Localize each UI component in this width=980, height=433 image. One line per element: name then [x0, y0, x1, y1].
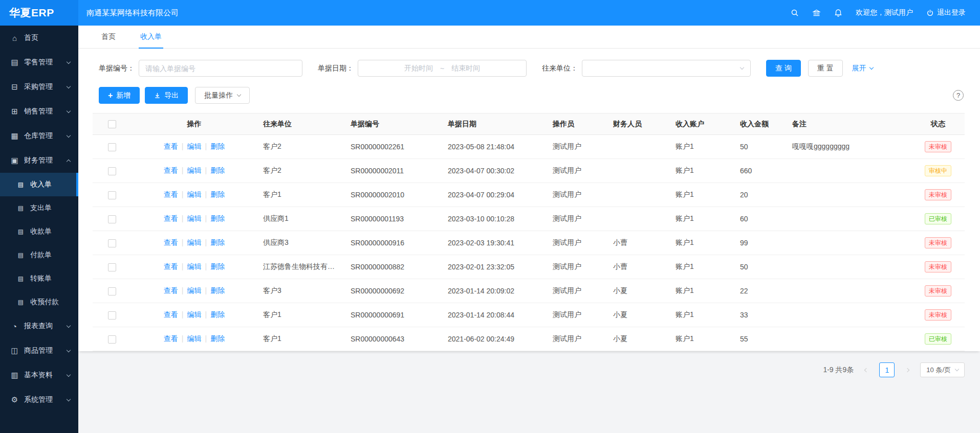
row-checkbox[interactable] [108, 335, 116, 344]
add-button[interactable]: + 新增 [99, 87, 140, 104]
sidebar-item-label: 销售管理 [24, 107, 53, 116]
sidebar-item-report[interactable]: ◔报表查询 [0, 314, 78, 338]
view-link[interactable]: 查看 [164, 262, 178, 270]
cell-remark [786, 279, 911, 303]
cell-partner: 江苏德鲁生物科技有限... [257, 255, 344, 279]
sidebar-item-label: 基本资料 [24, 371, 53, 380]
sidebar-item-finance[interactable]: ▣财务管理 [0, 148, 78, 173]
delete-link[interactable]: 删除 [210, 238, 225, 246]
cell-operator: 测试用户 [547, 135, 607, 159]
delete-link[interactable]: 删除 [210, 190, 225, 198]
date-separator: ~ [440, 64, 444, 73]
row-actions: 查看|编辑|删除 [132, 207, 257, 231]
sidebar-subitem-advance[interactable]: ▤收预付款 [0, 290, 78, 314]
row-checkbox[interactable] [108, 215, 116, 223]
edit-link[interactable]: 编辑 [187, 190, 202, 198]
view-link[interactable]: 查看 [164, 334, 178, 343]
sidebar-menu: ⌂首页▤零售管理⊟采购管理⊞销售管理▦仓库管理▣财务管理▤收入单▤支出单▤收款单… [0, 26, 78, 412]
row-checkbox[interactable] [108, 191, 116, 199]
status-badge: 已审核 [925, 213, 951, 224]
sidebar-item-purchase[interactable]: ⊟采购管理 [0, 75, 78, 99]
edit-link[interactable]: 编辑 [187, 286, 202, 294]
row-checkbox[interactable] [108, 311, 116, 320]
row-checkbox[interactable] [108, 167, 116, 175]
table-row: 查看|编辑|删除客户1SR000000020102023-04-07 00:29… [93, 183, 965, 207]
row-checkbox[interactable] [108, 287, 116, 295]
page-number[interactable]: 1 [879, 362, 895, 377]
row-checkbox[interactable] [108, 239, 116, 247]
row-checkbox[interactable] [108, 263, 116, 271]
chevron-down-icon [869, 65, 874, 70]
row-actions: 查看|编辑|删除 [132, 327, 257, 351]
expand-link[interactable]: 展开 [852, 64, 873, 73]
view-link[interactable]: 查看 [164, 310, 178, 318]
status-badge: 未审核 [925, 189, 951, 200]
cell-account: 账户1 [669, 303, 734, 327]
page-size-select[interactable]: 10 条/页 [920, 362, 965, 377]
view-link[interactable]: 查看 [164, 286, 178, 294]
partner-select[interactable] [582, 60, 751, 77]
edit-link[interactable]: 编辑 [187, 166, 202, 174]
help-icon[interactable]: ? [953, 90, 964, 101]
chevron-down-icon [67, 397, 71, 401]
view-link[interactable]: 查看 [164, 190, 178, 198]
sidebar-subitem-receipt[interactable]: ▤收款单 [0, 220, 78, 243]
column-header-9: 状态 [911, 113, 965, 135]
delete-link[interactable]: 删除 [210, 142, 225, 150]
export-button[interactable]: 导出 [145, 87, 188, 104]
sidebar-item-goods[interactable]: ◫商品管理 [0, 338, 78, 363]
sidebar-item-warehouse[interactable]: ▦仓库管理 [0, 124, 78, 148]
delete-link[interactable]: 删除 [210, 262, 225, 270]
next-page-button[interactable] [901, 363, 914, 377]
delete-link[interactable]: 删除 [210, 214, 225, 222]
sidebar-item-sales[interactable]: ⊞销售管理 [0, 99, 78, 124]
date-range-picker[interactable]: 开始时间 ~ 结束时间 [358, 60, 527, 77]
select-all-checkbox[interactable] [108, 120, 116, 128]
delete-link[interactable]: 删除 [210, 334, 225, 343]
row-checkbox[interactable] [108, 143, 116, 151]
chevron-down-icon [67, 323, 71, 327]
edit-link[interactable]: 编辑 [187, 310, 202, 318]
cell-partner: 客户1 [257, 327, 344, 351]
sidebar-item-retail[interactable]: ▤零售管理 [0, 50, 78, 75]
sidebar-subitem-expense[interactable]: ▤支出单 [0, 196, 78, 220]
edit-link[interactable]: 编辑 [187, 334, 202, 343]
search-icon[interactable] [791, 9, 799, 17]
view-link[interactable]: 查看 [164, 214, 178, 222]
delete-link[interactable]: 删除 [210, 286, 225, 294]
view-link[interactable]: 查看 [164, 142, 178, 150]
edit-link[interactable]: 编辑 [187, 238, 202, 246]
view-link[interactable]: 查看 [164, 166, 178, 174]
delete-link[interactable]: 删除 [210, 166, 225, 174]
edit-link[interactable]: 编辑 [187, 262, 202, 270]
sidebar-item-home[interactable]: ⌂首页 [0, 26, 78, 50]
edit-link[interactable]: 编辑 [187, 142, 202, 150]
status-badge: 未审核 [925, 237, 951, 248]
bell-icon[interactable] [834, 9, 842, 17]
sidebar-subitem-income[interactable]: ▤收入单 [0, 173, 78, 196]
row-select-cell [93, 255, 132, 279]
tab-income[interactable]: 收入单 [139, 32, 163, 48]
search-button[interactable]: 查 询 [766, 60, 801, 77]
sidebar-item-basic[interactable]: ▥基本资料 [0, 363, 78, 388]
tab-home[interactable]: 首页 [100, 32, 117, 48]
sidebar-item-system[interactable]: ⚙系统管理 [0, 388, 78, 412]
row-actions: 查看|编辑|删除 [132, 279, 257, 303]
cell-remark [786, 231, 911, 255]
reset-button[interactable]: 重 置 [808, 60, 843, 77]
app-logo[interactable]: 华夏ERP [0, 0, 78, 26]
delete-link[interactable]: 删除 [210, 310, 225, 318]
table-row: 查看|编辑|删除客户3SR000000006922023-01-14 20:09… [93, 279, 965, 303]
edit-link[interactable]: 编辑 [187, 214, 202, 222]
table-row: 查看|编辑|删除供应商3SR000000009162023-02-03 19:3… [93, 231, 965, 255]
bank-icon[interactable] [812, 9, 821, 17]
prev-page-button[interactable] [860, 363, 873, 377]
view-link[interactable]: 查看 [164, 238, 178, 246]
bill-no-input[interactable] [139, 60, 302, 77]
sidebar-subitem-payment[interactable]: ▤付款单 [0, 243, 78, 267]
batch-operations-button[interactable]: 批量操作 [195, 87, 250, 104]
sidebar-subitem-transfer[interactable]: ▤转账单 [0, 267, 78, 290]
action-divider: | [182, 190, 184, 198]
logout-button[interactable]: 退出登录 [926, 8, 966, 17]
cell-operator: 测试用户 [547, 207, 607, 231]
